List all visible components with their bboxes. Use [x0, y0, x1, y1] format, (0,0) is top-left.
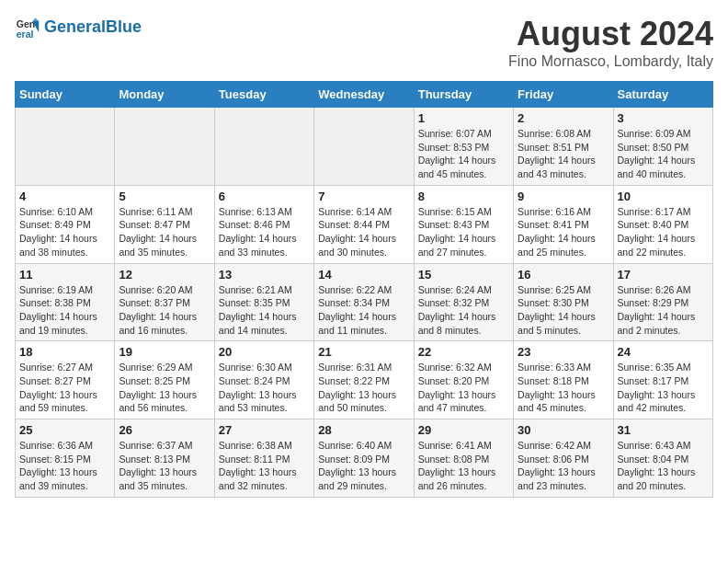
calendar-cell: 16Sunrise: 6:25 AM Sunset: 8:30 PM Dayli… — [514, 263, 613, 341]
calendar-cell: 31Sunrise: 6:43 AM Sunset: 8:04 PM Dayli… — [613, 419, 712, 498]
day-info: Sunrise: 6:24 AM Sunset: 8:32 PM Dayligh… — [418, 283, 509, 338]
title-block: August 2024 Fino Mornasco, Lombardy, Ita… — [508, 15, 713, 70]
day-number: 8 — [418, 190, 509, 203]
weekday-header: Tuesday — [214, 82, 313, 108]
day-info: Sunrise: 6:09 AM Sunset: 8:50 PM Dayligh… — [618, 127, 709, 181]
main-title: August 2024 — [508, 15, 713, 53]
logo-icon: Gen eral — [15, 15, 40, 40]
calendar-cell: 9Sunrise: 6:16 AM Sunset: 8:41 PM Daylig… — [514, 185, 613, 263]
calendar-cell: 20Sunrise: 6:30 AM Sunset: 8:24 PM Dayli… — [214, 341, 313, 419]
calendar-cell: 2Sunrise: 6:08 AM Sunset: 8:51 PM Daylig… — [514, 108, 613, 186]
day-info: Sunrise: 6:37 AM Sunset: 8:13 PM Dayligh… — [119, 439, 210, 493]
day-info: Sunrise: 6:14 AM Sunset: 8:44 PM Dayligh… — [318, 205, 409, 259]
day-number: 15 — [418, 268, 509, 282]
day-info: Sunrise: 6:15 AM Sunset: 8:43 PM Dayligh… — [418, 205, 509, 259]
calendar-cell: 18Sunrise: 6:27 AM Sunset: 8:27 PM Dayli… — [16, 341, 115, 419]
calendar-cell — [16, 108, 115, 186]
day-number: 25 — [19, 423, 110, 437]
day-info: Sunrise: 6:42 AM Sunset: 8:06 PM Dayligh… — [518, 439, 609, 493]
day-info: Sunrise: 6:38 AM Sunset: 8:11 PM Dayligh… — [219, 439, 310, 493]
day-info: Sunrise: 6:17 AM Sunset: 8:40 PM Dayligh… — [618, 205, 709, 259]
day-info: Sunrise: 6:21 AM Sunset: 8:35 PM Dayligh… — [219, 283, 310, 338]
day-info: Sunrise: 6:41 AM Sunset: 8:08 PM Dayligh… — [418, 439, 509, 493]
calendar-cell: 4Sunrise: 6:10 AM Sunset: 8:49 PM Daylig… — [16, 185, 115, 263]
day-info: Sunrise: 6:40 AM Sunset: 8:09 PM Dayligh… — [318, 439, 409, 493]
weekday-header: Saturday — [613, 82, 712, 108]
calendar-cell: 14Sunrise: 6:22 AM Sunset: 8:34 PM Dayli… — [314, 263, 414, 341]
day-number: 19 — [119, 345, 210, 359]
day-number: 1 — [418, 111, 509, 125]
calendar-cell: 11Sunrise: 6:19 AM Sunset: 8:38 PM Dayli… — [16, 263, 115, 341]
day-number: 4 — [19, 190, 110, 203]
calendar-cell: 13Sunrise: 6:21 AM Sunset: 8:35 PM Dayli… — [214, 263, 313, 341]
day-number: 31 — [618, 423, 709, 437]
calendar-cell: 12Sunrise: 6:20 AM Sunset: 8:37 PM Dayli… — [115, 263, 214, 341]
weekday-header: Wednesday — [314, 82, 414, 108]
day-info: Sunrise: 6:33 AM Sunset: 8:18 PM Dayligh… — [518, 361, 609, 415]
day-number: 23 — [518, 345, 609, 359]
header-row: SundayMondayTuesdayWednesdayThursdayFrid… — [16, 82, 713, 108]
day-number: 6 — [219, 190, 310, 203]
calendar-cell: 3Sunrise: 6:09 AM Sunset: 8:50 PM Daylig… — [613, 108, 712, 186]
day-info: Sunrise: 6:43 AM Sunset: 8:04 PM Dayligh… — [618, 439, 709, 493]
logo-text: GeneralBlue — [44, 18, 142, 37]
page-header: Gen eral GeneralBlue August 2024 Fino Mo… — [15, 15, 713, 70]
day-info: Sunrise: 6:07 AM Sunset: 8:53 PM Dayligh… — [418, 127, 509, 181]
weekday-header: Friday — [514, 82, 613, 108]
calendar-cell: 30Sunrise: 6:42 AM Sunset: 8:06 PM Dayli… — [514, 419, 613, 498]
calendar-cell — [115, 108, 214, 186]
calendar-cell: 28Sunrise: 6:40 AM Sunset: 8:09 PM Dayli… — [314, 419, 414, 498]
day-info: Sunrise: 6:35 AM Sunset: 8:17 PM Dayligh… — [618, 361, 709, 415]
logo-general: General — [44, 17, 106, 36]
day-info: Sunrise: 6:16 AM Sunset: 8:41 PM Dayligh… — [518, 205, 609, 259]
weekday-header: Thursday — [414, 82, 513, 108]
day-info: Sunrise: 6:08 AM Sunset: 8:51 PM Dayligh… — [518, 127, 609, 181]
day-number: 29 — [418, 423, 509, 437]
day-number: 14 — [318, 268, 409, 282]
svg-text:eral: eral — [17, 29, 34, 40]
day-info: Sunrise: 6:19 AM Sunset: 8:38 PM Dayligh… — [19, 283, 110, 338]
calendar-header: SundayMondayTuesdayWednesdayThursdayFrid… — [16, 82, 713, 108]
day-info: Sunrise: 6:32 AM Sunset: 8:20 PM Dayligh… — [418, 361, 509, 415]
calendar-cell: 19Sunrise: 6:29 AM Sunset: 8:25 PM Dayli… — [115, 341, 214, 419]
day-number: 12 — [119, 268, 210, 282]
calendar-body: 1Sunrise: 6:07 AM Sunset: 8:53 PM Daylig… — [16, 108, 713, 498]
calendar-cell: 26Sunrise: 6:37 AM Sunset: 8:13 PM Dayli… — [115, 419, 214, 498]
day-number: 16 — [518, 268, 609, 282]
day-info: Sunrise: 6:36 AM Sunset: 8:15 PM Dayligh… — [19, 439, 110, 493]
day-number: 3 — [618, 111, 709, 125]
day-number: 5 — [119, 190, 210, 203]
calendar-cell: 6Sunrise: 6:13 AM Sunset: 8:46 PM Daylig… — [214, 185, 313, 263]
day-info: Sunrise: 6:13 AM Sunset: 8:46 PM Dayligh… — [219, 205, 310, 259]
calendar-cell: 23Sunrise: 6:33 AM Sunset: 8:18 PM Dayli… — [514, 341, 613, 419]
day-number: 2 — [518, 111, 609, 125]
calendar-cell: 27Sunrise: 6:38 AM Sunset: 8:11 PM Dayli… — [214, 419, 313, 498]
calendar-week-row: 11Sunrise: 6:19 AM Sunset: 8:38 PM Dayli… — [16, 263, 713, 341]
day-info: Sunrise: 6:30 AM Sunset: 8:24 PM Dayligh… — [219, 361, 310, 415]
day-number: 9 — [518, 190, 609, 203]
calendar-cell: 25Sunrise: 6:36 AM Sunset: 8:15 PM Dayli… — [16, 419, 115, 498]
day-info: Sunrise: 6:29 AM Sunset: 8:25 PM Dayligh… — [119, 361, 210, 415]
calendar-week-row: 1Sunrise: 6:07 AM Sunset: 8:53 PM Daylig… — [16, 108, 713, 186]
day-info: Sunrise: 6:20 AM Sunset: 8:37 PM Dayligh… — [119, 283, 210, 338]
logo: Gen eral GeneralBlue — [15, 15, 142, 40]
day-number: 26 — [119, 423, 210, 437]
calendar-cell — [214, 108, 313, 186]
day-number: 20 — [219, 345, 310, 359]
day-number: 27 — [219, 423, 310, 437]
calendar-cell: 5Sunrise: 6:11 AM Sunset: 8:47 PM Daylig… — [115, 185, 214, 263]
calendar-cell: 29Sunrise: 6:41 AM Sunset: 8:08 PM Dayli… — [414, 419, 513, 498]
calendar-cell: 22Sunrise: 6:32 AM Sunset: 8:20 PM Dayli… — [414, 341, 513, 419]
day-info: Sunrise: 6:26 AM Sunset: 8:29 PM Dayligh… — [618, 283, 709, 338]
day-number: 11 — [19, 268, 110, 282]
calendar-cell: 1Sunrise: 6:07 AM Sunset: 8:53 PM Daylig… — [414, 108, 513, 186]
subtitle: Fino Mornasco, Lombardy, Italy — [508, 53, 713, 70]
day-number: 22 — [418, 345, 509, 359]
calendar-cell: 8Sunrise: 6:15 AM Sunset: 8:43 PM Daylig… — [414, 185, 513, 263]
day-number: 24 — [618, 345, 709, 359]
logo-blue: Blue — [106, 17, 142, 36]
weekday-header: Monday — [115, 82, 214, 108]
calendar-cell: 17Sunrise: 6:26 AM Sunset: 8:29 PM Dayli… — [613, 263, 712, 341]
day-info: Sunrise: 6:27 AM Sunset: 8:27 PM Dayligh… — [19, 361, 110, 415]
calendar-cell: 24Sunrise: 6:35 AM Sunset: 8:17 PM Dayli… — [613, 341, 712, 419]
